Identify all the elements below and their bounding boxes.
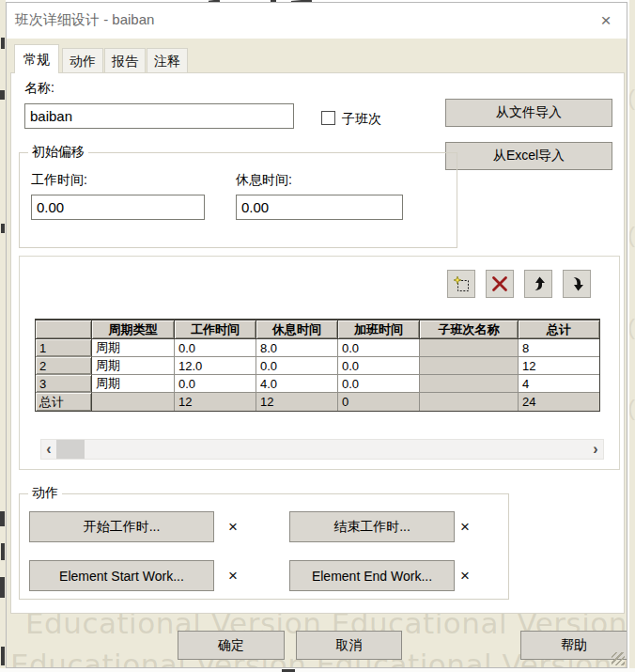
cell-break-time[interactable]: 0.0 [256,357,338,375]
cell-overtime: 0 [338,393,420,411]
cancel-button[interactable]: 取消 [296,631,402,660]
background-fragment: ( [629,316,635,338]
cell-cycle-type[interactable]: 周期 [92,339,175,357]
row-header[interactable]: 1 [36,339,92,357]
screen: ( ( ( ( 班次详细设计 - baiban × 常规 动作 报告 注释 名称… [0,0,635,672]
row-header-total: 总计 [36,393,92,411]
initial-offset-group: 初始偏移 工作时间: 休息时间: [19,152,457,248]
move-row-down-button[interactable] [563,270,591,298]
tab-general[interactable]: 常规 [14,44,59,73]
background-fragment: ( [629,224,635,246]
background-window-bottom-sliver [0,668,635,672]
col-header-break-time: 休息时间 [256,320,338,339]
element-end-work-button[interactable]: Element End Work... [289,560,455,591]
table-row[interactable]: 1 周期 0.0 8.0 0.0 8 [36,339,599,357]
actions-group-title: 动作 [28,485,62,502]
background-fragment [0,577,5,598]
background-fragment [0,90,5,100]
background-fragment: ( [629,397,635,419]
background-fragment [0,511,5,526]
start-work-button[interactable]: 开始工作时... [29,511,214,542]
row-header[interactable]: 2 [36,357,92,375]
row-header[interactable]: 3 [36,375,92,393]
name-label: 名称: [24,80,54,97]
close-icon[interactable]: × [593,8,619,34]
work-time-label: 工作时间: [31,172,87,189]
cell-break-time: 12 [256,393,338,411]
cell-cycle-type[interactable]: 周期 [92,375,175,393]
title-bar[interactable]: 班次详细设计 - baiban × [7,3,627,39]
delete-row-button[interactable] [486,270,514,298]
col-header-work-time: 工作时间 [175,320,256,339]
horizontal-scrollbar[interactable]: ‹ › [40,439,604,460]
window-title: 班次详细设计 - baiban [15,11,154,29]
background-fragment [1,647,5,665]
break-time-input[interactable] [236,195,403,220]
ok-button[interactable]: 确定 [178,631,285,660]
cell-overtime[interactable]: 0.0 [338,357,420,375]
tab-report[interactable]: 报告 [104,48,146,73]
table-header-row: 周期类型 工作时间 休息时间 加班时间 子班次名称 总计 [36,320,599,339]
arrow-up-icon [530,275,547,292]
background-window-right-sliver: ( ( ( ( [629,0,635,672]
subshift-checkbox[interactable] [321,111,335,125]
scrollbar-thumb[interactable] [56,440,85,459]
shift-design-dialog: 班次详细设计 - baiban × 常规 动作 报告 注释 名称: 子班次 从文… [6,2,627,668]
cell-break-time[interactable]: 8.0 [256,339,338,357]
tab-comment[interactable]: 注释 [147,48,188,73]
work-time-input[interactable] [31,195,205,220]
import-from-excel-button[interactable]: 从Excel导入 [445,142,612,170]
subshift-label: 子班次 [342,111,381,128]
cell-total: 4 [519,375,599,393]
initial-offset-title: 初始偏移 [28,144,88,161]
element-start-work-button[interactable]: Element Start Work... [29,560,214,591]
scroll-right-icon[interactable]: › [588,440,603,459]
arrow-down-icon [568,275,585,292]
background-fragment: ( [629,86,635,109]
clear-start-work-icon[interactable]: × [228,518,238,537]
cell-cycle-type[interactable]: 周期 [92,357,175,375]
col-header-blank [36,320,92,339]
cell-subshift-name [420,357,519,375]
cell-subshift-name [420,393,519,411]
cell-work-time[interactable]: 12.0 [175,357,256,375]
col-header-cycle-type: 周期类型 [92,320,175,339]
new-row-icon [453,275,470,292]
delete-icon [491,275,508,292]
shift-table: 周期类型 工作时间 休息时间 加班时间 子班次名称 总计 1 周期 0.0 8.… [35,319,600,412]
clear-element-end-icon[interactable]: × [460,567,470,586]
add-row-button[interactable] [447,270,475,298]
cell-total: 24 [519,393,599,411]
cell-work-time[interactable]: 0.0 [175,375,256,393]
background-fragment [1,38,5,49]
col-header-subshift-name: 子班次名称 [420,320,519,339]
scroll-left-icon[interactable]: ‹ [41,440,56,459]
actions-group: 动作 开始工作时... × 结束工作时... × Element Start W… [19,493,509,600]
cell-work-time: 12 [175,393,256,411]
col-header-overtime: 加班时间 [338,320,420,339]
cell-total: 12 [519,357,599,375]
break-time-label: 休息时间: [236,172,292,189]
end-work-button[interactable]: 结束工作时... [289,511,455,542]
cell-total: 8 [519,339,599,357]
cell-overtime[interactable]: 0.0 [338,375,420,393]
cell-overtime[interactable]: 0.0 [338,339,420,357]
shift-table-panel: 周期类型 工作时间 休息时间 加班时间 子班次名称 总计 1 周期 0.0 8.… [19,256,620,470]
table-row[interactable]: 3 周期 0.0 4.0 0.0 4 [36,375,599,393]
cell-work-time[interactable]: 0.0 [175,339,256,357]
import-from-file-button[interactable]: 从文件导入 [445,99,612,127]
clear-element-start-icon[interactable]: × [228,567,238,586]
cell-subshift-name [420,375,519,393]
background-fragment [1,224,5,233]
tab-actions[interactable]: 动作 [62,48,103,73]
resize-grip[interactable] [612,652,625,665]
table-total-row: 总计 12 12 0 24 [36,393,599,411]
cell-subshift-name [420,339,519,357]
move-row-up-button[interactable] [524,270,552,298]
cell-break-time[interactable]: 4.0 [256,375,338,393]
background-fragment [1,543,5,560]
table-row[interactable]: 2 周期 12.0 0.0 0.0 12 [36,357,599,375]
clear-end-work-icon[interactable]: × [460,518,470,537]
col-header-total: 总计 [519,320,599,339]
name-input[interactable] [24,103,294,129]
